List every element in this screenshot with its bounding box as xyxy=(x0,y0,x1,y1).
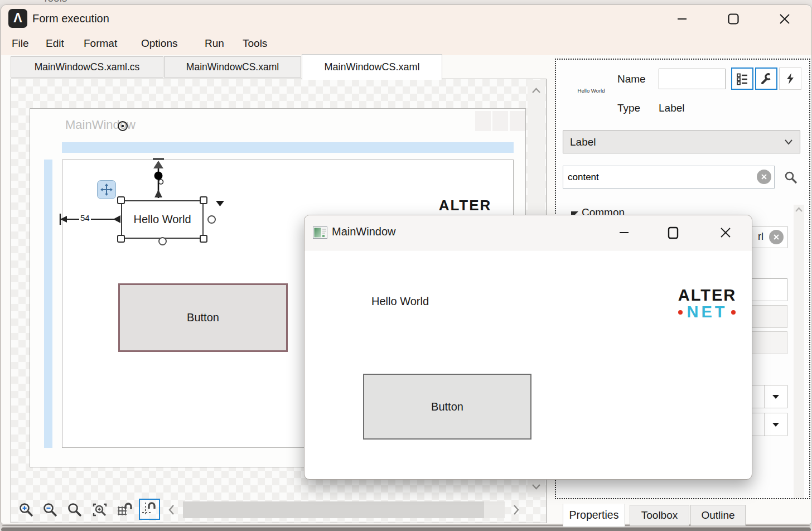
zoom-to-selection-button[interactable] xyxy=(91,502,107,518)
zoom-reset-button[interactable] xyxy=(67,502,83,518)
menu-file[interactable]: File xyxy=(12,37,29,50)
combo-dropdown-button[interactable] xyxy=(764,413,787,436)
tab-mainwindowcs-xaml-cs[interactable]: MainWindowCS.xaml.cs xyxy=(11,56,163,78)
scroll-down-icon xyxy=(531,484,541,490)
runtime-window-title: MainWindow xyxy=(332,225,395,238)
resize-handle-bottom-right[interactable] xyxy=(200,235,207,243)
menu-options[interactable]: Options xyxy=(141,37,177,50)
type-selector-value: Label xyxy=(570,136,596,148)
text-property-value: rl xyxy=(758,231,763,243)
designer-button-control[interactable]: Button xyxy=(118,283,288,352)
resize-handle-top-right[interactable] xyxy=(200,196,207,204)
panel-vertical-scrollbar[interactable] xyxy=(794,205,804,498)
clear-x-icon xyxy=(761,173,767,180)
scroll-left-icon[interactable] xyxy=(168,504,175,515)
close-icon xyxy=(779,13,791,25)
menubar: File Edit Format Options Run Tools xyxy=(1,33,811,55)
scroll-up-icon xyxy=(531,88,541,94)
tab-mainwindowcs-xaml-designer[interactable]: MainWindowCS.xaml xyxy=(302,54,442,80)
zoom-in-button[interactable] xyxy=(18,502,34,518)
titlebar: Λ Form execution xyxy=(1,5,811,33)
runtime-minimize-button[interactable] xyxy=(608,221,640,244)
logo-net-text: NET xyxy=(687,303,728,320)
target-icon xyxy=(117,120,129,134)
chevron-down-icon xyxy=(784,139,793,145)
runtime-close-button[interactable] xyxy=(710,221,741,244)
resize-handle-bottom-left[interactable] xyxy=(117,235,125,243)
close-icon xyxy=(719,226,732,239)
designer-horizontal-scrollbar[interactable] xyxy=(183,501,505,518)
name-input[interactable] xyxy=(659,69,726,89)
snap-to-grid-button[interactable] xyxy=(116,502,132,518)
resize-handle-bottom-middle[interactable] xyxy=(158,237,167,245)
designer-ghost-minimize xyxy=(475,111,491,131)
runtime-hello-world-label: Hello World xyxy=(371,295,429,308)
runtime-logo: ALTER NET xyxy=(673,287,742,321)
type-value: Label xyxy=(659,102,685,114)
screen: Tools Λ Form execution File Edit Format … xyxy=(0,0,812,531)
type-label: Type xyxy=(617,102,640,114)
resize-handle-right-middle[interactable] xyxy=(207,215,216,224)
scrollbar-thumb[interactable] xyxy=(183,501,484,518)
minimize-icon xyxy=(618,227,630,238)
zoom-out-button[interactable] xyxy=(42,502,58,518)
designer-label-hello-world[interactable]: Hello World xyxy=(121,200,204,239)
selection-highlight-vertical xyxy=(44,160,52,448)
combo-arrow-icon xyxy=(772,422,780,427)
close-button[interactable] xyxy=(772,9,798,29)
minimize-button[interactable] xyxy=(669,9,695,29)
type-selector-dropdown[interactable]: Label xyxy=(563,131,800,153)
logo-red-dot xyxy=(678,310,683,315)
background-menu-tools: Tools xyxy=(42,0,67,4)
selection-highlight-horizontal xyxy=(62,142,514,153)
menu-edit[interactable]: Edit xyxy=(46,37,64,50)
designer-ghost-maximize xyxy=(492,111,508,131)
combo-arrow-icon xyxy=(772,394,780,399)
menu-tools[interactable]: Tools xyxy=(243,37,267,50)
cascaded-window-edge xyxy=(1,528,811,531)
text-clear-button[interactable] xyxy=(769,230,784,244)
property-search-input[interactable] xyxy=(563,166,775,189)
lightning-icon xyxy=(784,72,796,85)
logo-alter-text: ALTER xyxy=(431,198,500,213)
resize-handle-top-left[interactable] xyxy=(117,196,125,204)
snap-to-guides-button[interactable] xyxy=(139,499,160,520)
tab-mainwindowcs-xaml[interactable]: MainWindowCS.xaml xyxy=(164,56,301,78)
maximize-icon xyxy=(727,13,740,25)
anchor-pin-indicator xyxy=(151,158,166,204)
menu-format[interactable]: Format xyxy=(84,37,117,50)
move-cross-icon xyxy=(100,184,113,196)
menu-run[interactable]: Run xyxy=(205,37,224,50)
search-clear-button[interactable] xyxy=(757,170,771,184)
name-label: Name xyxy=(617,73,646,85)
runtime-mainwindow[interactable]: MainWindow Hello World ALTER NET Button xyxy=(304,215,752,480)
minimize-icon xyxy=(676,13,688,25)
move-handle[interactable] xyxy=(97,180,116,199)
runtime-titlebar[interactable]: MainWindow xyxy=(304,215,752,250)
events-view-button[interactable] xyxy=(779,67,801,90)
background-window-strip: Tools xyxy=(0,0,812,4)
scroll-up-icon xyxy=(795,207,803,213)
categorized-icon xyxy=(736,72,749,85)
dock-tab-outline[interactable]: Outline xyxy=(690,505,746,526)
wrench-icon xyxy=(760,72,773,85)
maximize-button[interactable] xyxy=(721,9,746,29)
margin-dimension-value: 54 xyxy=(79,213,91,223)
search-icon[interactable] xyxy=(784,170,798,185)
smart-tag-dropdown-icon[interactable] xyxy=(215,199,225,209)
logo-red-dot xyxy=(731,310,736,315)
combo-dropdown-button[interactable] xyxy=(764,385,787,408)
runtime-maximize-button[interactable] xyxy=(658,221,689,244)
selection-preview: Hello World xyxy=(572,88,611,94)
snap-to-guides-icon xyxy=(142,501,157,517)
dock-tab-properties[interactable]: Properties xyxy=(563,504,625,527)
dock-tab-toolbox[interactable]: Toolbox xyxy=(630,505,689,526)
alternet-app-icon: Λ xyxy=(8,9,27,28)
designer-ghost-close xyxy=(510,111,525,131)
form-window-icon xyxy=(313,226,327,241)
runtime-button[interactable]: Button xyxy=(363,374,531,440)
properties-view-button[interactable] xyxy=(755,67,777,90)
window-title: Form execution xyxy=(32,12,109,25)
categorized-view-button[interactable] xyxy=(731,67,753,90)
scroll-right-icon[interactable] xyxy=(513,504,520,515)
